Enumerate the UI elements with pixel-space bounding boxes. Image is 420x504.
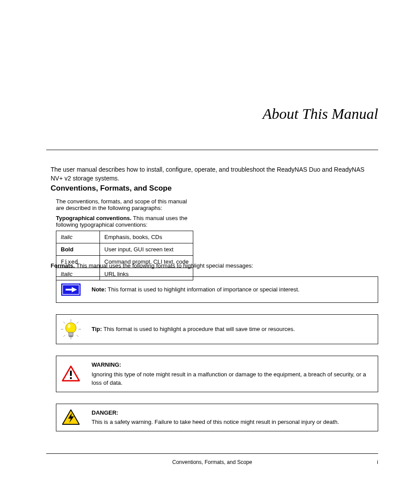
svg-line-7 [63, 322, 65, 324]
danger-triangle-icon [56, 404, 85, 431]
footer-text: Conventions, Formats, and Scope [46, 459, 378, 465]
warning-lead: WARNING: [92, 361, 372, 369]
svg-point-11 [66, 323, 76, 333]
cell-label: Italic [56, 231, 100, 243]
formats-lead-text: Formats. [51, 262, 75, 269]
danger-lead: DANGER: [92, 408, 372, 417]
danger-body: This is a safety warning. Failure to tak… [92, 418, 372, 427]
typographical-lead: Typographical conventions. [56, 215, 132, 221]
warning-text: WARNING: Ignoring this type of note migh… [85, 356, 378, 392]
tip-lead: Tip: [92, 326, 102, 332]
callouts-container: Note: This format is used to highlight i… [56, 276, 378, 443]
tip-body: This format is used to highlight a proce… [102, 326, 295, 332]
svg-line-8 [77, 322, 78, 324]
footer-divider [46, 453, 378, 454]
svg-line-10 [77, 335, 78, 337]
lightbulb-icon [56, 315, 85, 344]
svg-point-13 [69, 335, 73, 337]
conventions-heading: Conventions, Formats, and Scope [51, 184, 172, 193]
svg-line-9 [63, 335, 65, 337]
danger-callout: DANGER: This is a safety warning. Failur… [56, 404, 378, 431]
formats-lead: Formats. This manual uses the following … [51, 261, 253, 270]
intro-paragraph: The user manual describes how to install… [51, 165, 378, 183]
warning-triangle-icon [56, 356, 85, 392]
page-number: i [377, 459, 378, 465]
cell-label: Bold [56, 243, 100, 256]
formats-lead-after: This manual uses the following formats t… [75, 262, 253, 269]
danger-text: DANGER: This is a safety warning. Failur… [85, 404, 378, 431]
note-body: This format is used to highlight informa… [106, 286, 299, 293]
tip-callout: Tip: This format is used to highlight a … [56, 314, 378, 344]
warning-body: Ignoring this type of note might result … [92, 370, 372, 387]
conventions-intro-text: The conventions, formats, and scope of t… [56, 198, 187, 211]
svg-point-14 [68, 324, 70, 328]
table-row: Italic Emphasis, books, CDs [56, 231, 193, 243]
svg-rect-12 [69, 332, 73, 336]
note-callout: Note: This format is used to highlight i… [56, 276, 378, 303]
page: About This Manual The user manual descri… [0, 0, 420, 504]
note-text: Note: This format is used to highlight i… [85, 277, 378, 302]
svg-rect-17 [70, 377, 72, 379]
arrow-icon [56, 277, 85, 302]
cell-desc: User input, GUI screen text [100, 243, 193, 256]
table-row: Bold User input, GUI screen text [56, 243, 193, 256]
page-title: About This Manual [262, 106, 378, 122]
svg-rect-16 [70, 371, 72, 376]
tip-text: Tip: This format is used to highlight a … [85, 315, 378, 344]
title-divider [46, 150, 378, 150]
warning-callout: WARNING: Ignoring this type of note migh… [56, 356, 378, 392]
cell-desc: Emphasis, books, CDs [100, 231, 193, 243]
note-lead: Note: [92, 286, 106, 293]
